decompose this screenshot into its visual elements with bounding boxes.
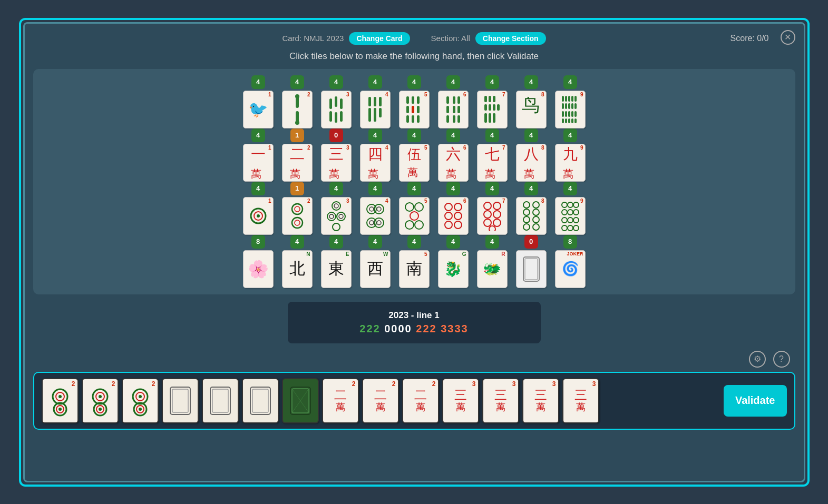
bam7-tile[interactable]: 7 bbox=[477, 91, 508, 129]
bam8-badge[interactable]: 4 bbox=[524, 75, 538, 89]
char3-tile[interactable]: 3 三萬 bbox=[321, 144, 352, 182]
bam7-badge[interactable]: 4 bbox=[485, 75, 499, 89]
west-tile[interactable]: W 西 bbox=[360, 250, 391, 288]
green-dragon-tile[interactable]: G 🐉 bbox=[438, 250, 469, 288]
char9-badge[interactable]: 4 bbox=[563, 129, 577, 142]
char4-tile[interactable]: 4 四萬 bbox=[360, 144, 391, 182]
bam2-tile[interactable]: 2 bbox=[282, 91, 313, 129]
validate-button[interactable]: Validate bbox=[724, 385, 787, 417]
west-badge[interactable]: 4 bbox=[368, 235, 382, 249]
circ8-tile[interactable]: 8 bbox=[516, 197, 547, 235]
bam3-tile[interactable]: 3 bbox=[321, 91, 352, 129]
circ9-badge[interactable]: 4 bbox=[563, 182, 577, 195]
circ8-badge[interactable]: 4 bbox=[524, 182, 538, 195]
circ1-badge[interactable]: 4 bbox=[251, 182, 265, 195]
red-dragon-badge[interactable]: 4 bbox=[485, 235, 499, 249]
bam6-tile[interactable]: 6 bbox=[438, 91, 469, 129]
joker-badge[interactable]: 8 bbox=[563, 235, 577, 249]
flower-badge[interactable]: 8 bbox=[251, 235, 265, 249]
player-tile-char3-1[interactable]: 3 三 萬 bbox=[442, 378, 479, 423]
char1-badge[interactable]: 4 bbox=[251, 129, 265, 142]
svg-rect-7 bbox=[329, 111, 332, 122]
circ7-badge[interactable]: 4 bbox=[485, 182, 499, 195]
bam3-badge[interactable]: 4 bbox=[329, 75, 343, 89]
east-badge[interactable]: 4 bbox=[329, 235, 343, 249]
player-tile-char2-3[interactable]: 2 二 萬 bbox=[402, 378, 439, 423]
bam2-badge[interactable]: 4 bbox=[290, 75, 304, 89]
header: Card: NMJL 2023 Change Card Section: All… bbox=[33, 32, 795, 45]
circ9-tile[interactable]: 9 bbox=[555, 197, 586, 235]
circ1-tile[interactable]: 1 bbox=[243, 197, 274, 235]
char3-badge[interactable]: 0 bbox=[329, 129, 343, 142]
player-tile-char3-4[interactable]: 3 三 萬 bbox=[562, 378, 599, 423]
circ3-badge[interactable]: 4 bbox=[329, 182, 343, 195]
player-tile-char2-2[interactable]: 2 二 萬 bbox=[362, 378, 399, 423]
settings-button[interactable]: ⚙ bbox=[749, 351, 766, 368]
char2-badge[interactable]: 1 bbox=[290, 129, 304, 142]
char2-tile[interactable]: 2 二萬 bbox=[282, 144, 313, 182]
circ2-badge[interactable]: 1 bbox=[290, 182, 304, 195]
outer-border: Card: NMJL 2023 Change Card Section: All… bbox=[19, 18, 810, 487]
east-col: 4 E 東 bbox=[318, 235, 355, 288]
circ6-tile[interactable]: 6 bbox=[438, 197, 469, 235]
help-button[interactable]: ? bbox=[773, 351, 790, 368]
player-tile-char3-3[interactable]: 3 三 萬 bbox=[522, 378, 559, 423]
south-badge[interactable]: 4 bbox=[407, 235, 421, 249]
bam9-badge[interactable]: 4 bbox=[563, 75, 577, 89]
player-tile-c1-2[interactable]: 2 bbox=[82, 378, 119, 423]
char5-tile[interactable]: 5 伍萬 bbox=[399, 144, 430, 182]
char9-tile[interactable]: 9 九萬 bbox=[555, 144, 586, 182]
char4-badge[interactable]: 4 bbox=[368, 129, 382, 142]
bam5-tile[interactable]: 5 bbox=[399, 91, 430, 129]
bam8-tile[interactable]: 8 鸟 bbox=[516, 91, 547, 129]
bam5-badge[interactable]: 4 bbox=[407, 75, 421, 89]
circ3-tile[interactable]: 3 bbox=[321, 197, 352, 235]
flower-tile[interactable]: 🌸 bbox=[243, 250, 274, 288]
blank-badge[interactable]: 0 bbox=[524, 235, 538, 249]
player-tile-card-back[interactable] bbox=[282, 378, 319, 423]
bam4-badge[interactable]: 4 bbox=[368, 75, 382, 89]
player-tile-char2-1[interactable]: 2 二 萬 bbox=[322, 378, 359, 423]
char8-badge[interactable]: 4 bbox=[524, 129, 538, 142]
blank-tile[interactable] bbox=[516, 250, 547, 288]
char6-tile[interactable]: 6 六萬 bbox=[438, 144, 469, 182]
circ6-badge[interactable]: 4 bbox=[446, 182, 460, 195]
change-section-button[interactable]: Change Section bbox=[475, 32, 546, 45]
player-tile-blank-1[interactable] bbox=[162, 378, 199, 423]
circ5-badge[interactable]: 4 bbox=[407, 182, 421, 195]
bam6-badge[interactable]: 4 bbox=[446, 75, 460, 89]
char6-badge[interactable]: 4 bbox=[446, 129, 460, 142]
player-tile-char3-2[interactable]: 3 三 萬 bbox=[482, 378, 519, 423]
bam4-tile[interactable]: 4 bbox=[360, 91, 391, 129]
joker-tile[interactable]: JOKER 🌀 bbox=[555, 250, 586, 288]
char7-badge[interactable]: 4 bbox=[485, 129, 499, 142]
east-tile[interactable]: E 東 bbox=[321, 250, 352, 288]
char8-tile[interactable]: 8 八萬 bbox=[516, 144, 547, 182]
green-dragon-badge[interactable]: 4 bbox=[446, 235, 460, 249]
player-tile-blank-2[interactable] bbox=[202, 378, 239, 423]
bam1-badge[interactable]: 4 bbox=[251, 75, 265, 89]
north-badge[interactable]: 4 bbox=[290, 235, 304, 249]
circ7-tile[interactable]: 7 bbox=[477, 197, 508, 235]
player-tile-blank-3[interactable] bbox=[242, 378, 279, 423]
player-tile-c1-3[interactable]: 2 bbox=[122, 378, 159, 423]
svg-rect-8 bbox=[335, 112, 337, 123]
bam1-tile[interactable]: 1 🐦 bbox=[243, 91, 274, 129]
char7-tile[interactable]: 7 七萬 bbox=[477, 144, 508, 182]
red-dragon-tile[interactable]: R 🐲 bbox=[477, 250, 508, 288]
bam9-tile[interactable]: 9 bbox=[555, 91, 586, 129]
north-tile[interactable]: N 北 bbox=[282, 250, 313, 288]
west-col: 4 W 西 bbox=[357, 235, 394, 288]
circ4-badge[interactable]: 4 bbox=[368, 182, 382, 195]
circ5-tile[interactable]: 5 bbox=[399, 197, 430, 235]
player-tile-c1-1[interactable]: 2 bbox=[42, 378, 79, 423]
svg-rect-34 bbox=[457, 106, 460, 113]
circ4-tile[interactable]: 4 bbox=[360, 197, 391, 235]
circ2-tile[interactable]: 2 bbox=[282, 197, 313, 235]
svg-point-120 bbox=[573, 210, 579, 215]
south-tile[interactable]: 5 南 bbox=[399, 250, 430, 288]
char1-tile[interactable]: 1 一萬 bbox=[243, 144, 274, 182]
close-button[interactable]: ✕ bbox=[781, 30, 795, 45]
change-card-button[interactable]: Change Card bbox=[349, 32, 410, 45]
char5-badge[interactable]: 4 bbox=[407, 129, 421, 142]
